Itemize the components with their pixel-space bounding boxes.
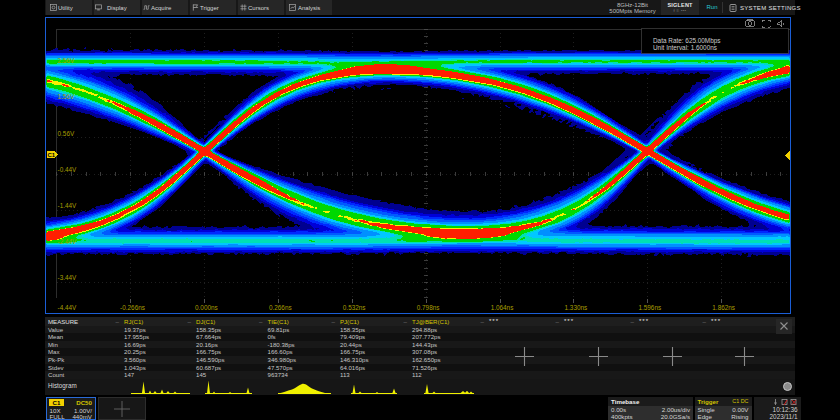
svg-text:0.000ns: 0.000ns (195, 304, 218, 311)
svg-text:Unit Interval: 1.6000ns: Unit Interval: 1.6000ns (653, 44, 717, 51)
svg-text:-1.44V: -1.44V (58, 202, 78, 209)
svg-text:2.56V: 2.56V (58, 57, 75, 64)
svg-text:-3.44V: -3.44V (58, 274, 78, 281)
svg-text:-4.44V: -4.44V (58, 304, 78, 311)
svg-text:-0.44V: -0.44V (58, 166, 78, 173)
svg-text:0.532ns: 0.532ns (343, 304, 366, 311)
svg-text:1.862ns: 1.862ns (712, 304, 735, 311)
svg-text:0.56V: 0.56V (58, 130, 75, 137)
svg-text:0.266ns: 0.266ns (269, 304, 292, 311)
svg-text:C1: C1 (48, 152, 56, 158)
svg-text:1.56V: 1.56V (58, 93, 75, 100)
svg-text:Data Rate: 625.00Mbps: Data Rate: 625.00Mbps (653, 37, 721, 45)
svg-text:1.596ns: 1.596ns (638, 304, 661, 311)
svg-text:0.798ns: 0.798ns (417, 304, 440, 311)
svg-text:-0.266ns: -0.266ns (120, 304, 145, 311)
svg-text:-2.44V: -2.44V (58, 238, 78, 245)
svg-text:1.064ns: 1.064ns (491, 304, 514, 311)
svg-text:1.330ns: 1.330ns (565, 304, 588, 311)
